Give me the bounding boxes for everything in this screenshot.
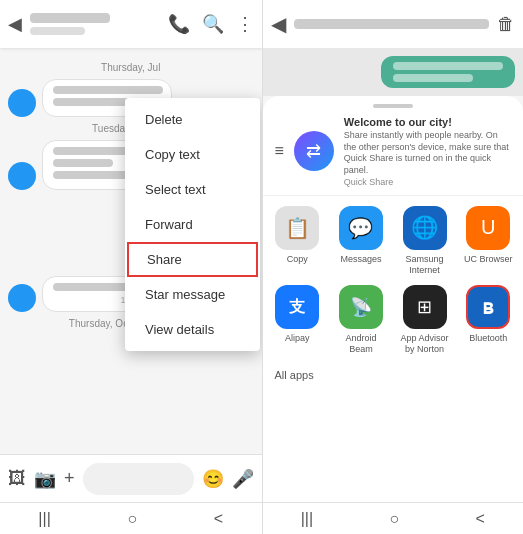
voice-icon[interactable]: 🎤 xyxy=(232,468,254,490)
right-bubble-outgoing[interactable] xyxy=(381,56,515,88)
context-menu-copy-text[interactable]: Copy text xyxy=(125,137,260,172)
uc-icon-symbol: U xyxy=(481,216,495,239)
norton-label: App Advisor by Norton xyxy=(398,333,452,355)
bluetooth-symbol: ʙ xyxy=(482,295,494,319)
alipay-icon: 支 xyxy=(275,285,319,329)
message-input[interactable] xyxy=(83,463,194,495)
date-label-thursday: Thursday, Jul xyxy=(8,62,254,73)
left-nav-bar: ||| ○ < xyxy=(0,502,262,534)
video-icon[interactable]: 📷 xyxy=(34,468,56,490)
share-sheet: ≡ ⇄ Welcome to our city! Share instantly… xyxy=(263,96,524,502)
right-nav-bar: ||| ○ < xyxy=(263,502,524,534)
copy-icon-symbol: 📋 xyxy=(285,216,310,240)
norton-symbol: ⊞ xyxy=(417,296,432,318)
nav-home-icon[interactable]: ○ xyxy=(127,510,137,528)
context-menu-view-details[interactable]: View details xyxy=(125,312,260,347)
contact-name-placeholder xyxy=(30,13,110,23)
uc-browser-label: UC Browser xyxy=(464,254,513,265)
quick-share-icon-wrap: ⇄ xyxy=(294,131,334,171)
quick-share-label: Quick Share xyxy=(344,177,511,187)
android-beam-label: Android Beam xyxy=(334,333,388,355)
right-header: ◀ 🗑 xyxy=(263,0,524,48)
all-apps-label[interactable]: All apps xyxy=(275,369,314,381)
right-nav-back-icon[interactable]: < xyxy=(475,510,484,528)
quick-share-description: Share instantly with people nearby. On t… xyxy=(344,130,511,177)
context-menu: Delete Copy text Select text Forward Sha… xyxy=(125,98,260,351)
android-beam-symbol: 📡 xyxy=(350,296,372,318)
sheet-handle xyxy=(373,104,413,108)
contact-status-placeholder xyxy=(30,27,85,35)
context-menu-share[interactable]: Share xyxy=(127,242,258,277)
samsung-icon-symbol: 🌐 xyxy=(411,215,438,241)
app-item-alipay[interactable]: 支 Alipay xyxy=(271,285,325,355)
app-item-bluetooth[interactable]: ʙ Bluetooth xyxy=(461,285,515,355)
norton-icon: ⊞ xyxy=(403,285,447,329)
nav-menu-icon[interactable]: ||| xyxy=(38,510,50,528)
avatar xyxy=(8,89,36,117)
messages-app-label: Messages xyxy=(340,254,381,265)
context-menu-star-message[interactable]: Star message xyxy=(125,277,260,312)
delete-icon[interactable]: 🗑 xyxy=(497,14,515,35)
copy-app-icon: 📋 xyxy=(275,206,319,250)
alipay-icon-symbol: 支 xyxy=(289,297,305,318)
chat-area: Thursday, Jul Tuesday, Septem 16:38 xyxy=(0,48,262,454)
left-panel: ◀ 📞 🔍 ⋮ Thursday, Jul Tuesday, Septem xyxy=(0,0,262,534)
all-apps-row: All apps xyxy=(263,365,524,389)
right-nav-home-icon[interactable]: ○ xyxy=(389,510,399,528)
app-item-uc-browser[interactable]: U UC Browser xyxy=(461,206,515,276)
contact-name-area xyxy=(30,13,168,35)
app-item-copy[interactable]: 📋 Copy xyxy=(271,206,325,276)
bluetooth-label: Bluetooth xyxy=(469,333,507,344)
app-item-android-beam[interactable]: 📡 Android Beam xyxy=(334,285,388,355)
right-nav-menu-icon[interactable]: ||| xyxy=(301,510,313,528)
app-item-norton[interactable]: ⊞ App Advisor by Norton xyxy=(398,285,452,355)
image-icon[interactable]: 🖼 xyxy=(8,468,26,489)
app-item-samsung-internet[interactable]: 🌐 Samsung Internet xyxy=(398,206,452,276)
sheet-menu-icon[interactable]: ≡ xyxy=(275,142,284,160)
context-menu-forward[interactable]: Forward xyxy=(125,207,260,242)
uc-browser-icon: U xyxy=(466,206,510,250)
apps-grid: 📋 Copy 💬 Messages 🌐 Samsung Internet xyxy=(263,196,524,365)
messages-app-icon: 💬 xyxy=(339,206,383,250)
back-icon[interactable]: ◀ xyxy=(8,13,22,35)
emoji-icon[interactable]: 😊 xyxy=(202,468,224,490)
add-icon[interactable]: + xyxy=(64,468,75,489)
context-menu-delete[interactable]: Delete xyxy=(125,102,260,137)
more-icon[interactable]: ⋮ xyxy=(236,13,254,35)
header-icons: 📞 🔍 ⋮ xyxy=(168,13,254,35)
avatar xyxy=(8,284,36,312)
right-chat-area xyxy=(263,48,524,96)
bubble-text xyxy=(53,159,113,167)
alipay-label: Alipay xyxy=(285,333,310,344)
quick-share-icon: ⇄ xyxy=(306,140,321,162)
right-back-icon[interactable]: ◀ xyxy=(271,12,286,36)
right-contact-name xyxy=(294,19,490,29)
quick-share-section: ≡ ⇄ Welcome to our city! Share instantly… xyxy=(263,116,524,196)
context-menu-select-text[interactable]: Select text xyxy=(125,172,260,207)
phone-icon[interactable]: 📞 xyxy=(168,13,190,35)
left-header: ◀ 📞 🔍 ⋮ xyxy=(0,0,262,48)
avatar xyxy=(8,162,36,190)
quick-share-title: Welcome to our city! xyxy=(344,116,511,128)
copy-app-label: Copy xyxy=(287,254,308,265)
bottom-bar: 🖼 📷 + 😊 🎤 xyxy=(0,454,262,502)
messages-icon-symbol: 💬 xyxy=(348,216,373,240)
bubble-text xyxy=(393,62,503,70)
bluetooth-icon: ʙ xyxy=(466,285,510,329)
android-beam-icon: 📡 xyxy=(339,285,383,329)
right-panel: ◀ 🗑 ≡ ⇄ Welcome to our city! Share insta… xyxy=(263,0,524,534)
app-item-messages[interactable]: 💬 Messages xyxy=(334,206,388,276)
nav-back-icon[interactable]: < xyxy=(214,510,223,528)
bubble-text xyxy=(53,86,163,94)
bubble-text xyxy=(393,74,473,82)
quick-share-text: Welcome to our city! Share instantly wit… xyxy=(344,116,511,187)
samsung-internet-icon: 🌐 xyxy=(403,206,447,250)
search-icon[interactable]: 🔍 xyxy=(202,13,224,35)
samsung-internet-label: Samsung Internet xyxy=(398,254,452,276)
